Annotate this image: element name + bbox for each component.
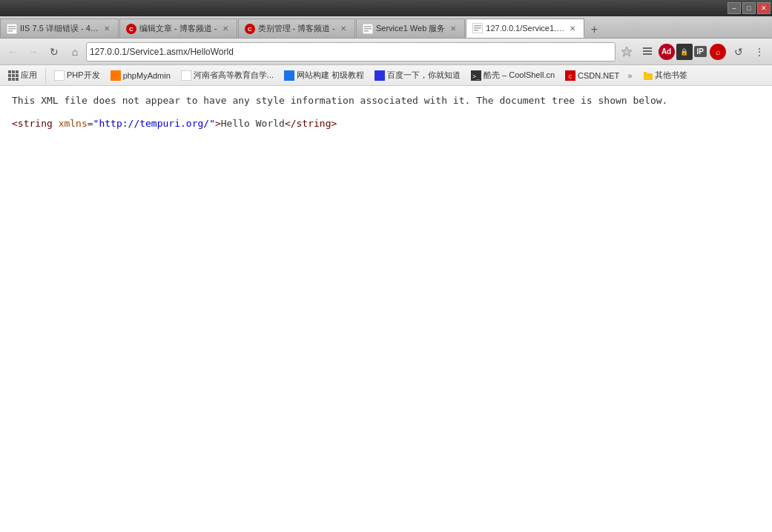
bookmark-mgr-button[interactable] <box>638 42 657 61</box>
new-tab-button[interactable]: + <box>585 21 603 38</box>
bookmark-php-label: PHP开发 <box>67 70 100 81</box>
minimize-button[interactable]: – <box>728 2 741 14</box>
xml-attr-value: "http://tempuri.org/" <box>93 118 215 129</box>
forward-button[interactable]: → <box>24 42 43 61</box>
maximize-button[interactable]: □ <box>742 2 756 14</box>
xml-code-line: <string xmlns="http://tempuri.org/">Hell… <box>12 118 760 129</box>
tab-service1-web[interactable]: Service1 Web 服务 ✕ <box>356 19 465 38</box>
bookmark-phpmyadmin[interactable]: phpMyAdmin <box>107 69 174 82</box>
svg-rect-23 <box>375 70 385 81</box>
svg-rect-28 <box>644 73 653 80</box>
extension-button[interactable]: 🔒 <box>676 44 693 60</box>
svg-rect-3 <box>8 30 13 32</box>
bookmark-henan-icon <box>181 70 191 81</box>
bookmark-coolshell-label: 酷壳 – CoolShell.cn <box>484 70 555 81</box>
tab-bar: IIS 7.5 详细错误 - 403.1 ✕ C 编辑文章 - 博客频道 - ✕… <box>0 16 772 39</box>
tab-label-4: Service1 Web 服务 <box>376 23 445 34</box>
close-button[interactable]: ✕ <box>757 2 771 14</box>
bookmark-csdn[interactable]: C CSDN.NET <box>561 69 623 82</box>
svg-rect-11 <box>364 30 369 32</box>
bookmark-baidu[interactable]: 百度一下，你就知道 <box>371 68 464 82</box>
bookmark-web-label: 网站构建 初级教程 <box>297 70 364 81</box>
xml-closing-tag: </string> <box>285 118 337 129</box>
page-content-area: This XML file does not appear to have an… <box>0 86 772 532</box>
bookmarks-other-label: 其他书签 <box>655 70 687 81</box>
svg-text:C: C <box>129 26 133 33</box>
history-button[interactable]: ↺ <box>729 42 748 61</box>
tab-close-3[interactable]: ✕ <box>338 24 349 34</box>
tab-label-5: 127.0.0.1/Service1.asmx <box>486 24 564 33</box>
svg-rect-18 <box>643 53 652 55</box>
tab-close-4[interactable]: ✕ <box>448 24 458 34</box>
tab-edit-article[interactable]: C 编辑文章 - 博客频道 - ✕ <box>119 19 237 38</box>
bookmark-coolshell[interactable]: >_ 酷壳 – CoolShell.cn <box>467 68 558 82</box>
bookmark-php[interactable]: PHP开发 <box>50 68 104 82</box>
title-bar-buttons: – □ ✕ <box>728 2 771 14</box>
svg-text:>_: >_ <box>472 73 480 79</box>
tab-favicon-3: C <box>245 24 255 34</box>
address-input[interactable] <box>90 47 612 57</box>
adblock-button[interactable]: Ad <box>659 44 675 60</box>
tab-label-2: 编辑文章 - 博客频道 - <box>139 23 217 34</box>
apps-icon <box>8 70 19 81</box>
xml-tag-name: string <box>18 118 53 129</box>
tab-close-5[interactable]: ✕ <box>567 23 578 33</box>
svg-rect-19 <box>54 70 65 81</box>
ip-button[interactable]: IP <box>694 46 707 57</box>
tab-label-3: 类别管理 - 博客频道 - <box>258 23 336 34</box>
bookmark-henan-label: 河南省高等教育自学... <box>194 70 274 81</box>
svg-rect-1 <box>8 26 16 27</box>
bookmark-baidu-icon <box>375 70 385 81</box>
nav-icons-right: Ad 🔒 IP ⌕ ↺ ⋮ <box>617 42 769 61</box>
back-button[interactable]: ← <box>3 42 22 61</box>
xml-bracket-close: > <box>215 118 221 129</box>
svg-rect-21 <box>181 70 191 81</box>
svg-text:C: C <box>248 26 252 33</box>
bookmark-henan[interactable]: 河南省高等教育自学... <box>177 68 277 82</box>
search-icon: ⌕ <box>710 44 726 60</box>
xml-attr-name: xmlns <box>59 118 88 129</box>
bookmarks-more-arrow[interactable]: » <box>627 71 632 80</box>
svg-rect-13 <box>474 25 481 27</box>
xml-text-content: Hello World <box>221 118 285 129</box>
home-button[interactable]: ⌂ <box>65 42 85 61</box>
tab-close-2[interactable]: ✕ <box>220 24 231 34</box>
menu-button[interactable]: ⋮ <box>750 42 769 61</box>
tab-category-manage[interactable]: C 类别管理 - 博客频道 - ✕ <box>238 19 356 38</box>
tab-service1-asmx[interactable]: 127.0.0.1/Service1.asmx ✕ <box>466 19 584 38</box>
bookmark-php-icon <box>54 70 65 81</box>
svg-text:C: C <box>569 73 573 79</box>
reload-button[interactable]: ↻ <box>44 42 64 61</box>
tab-iis-error[interactable]: IIS 7.5 详细错误 - 403.1 ✕ <box>0 19 119 38</box>
bookmark-csdn-icon: C <box>565 70 575 81</box>
xml-notice: This XML file does not appear to have an… <box>12 93 760 109</box>
bookmarks-bar: 应用 PHP开发 phpMyAdmin 河南省高等教育自学... 网站构建 初 <box>0 65 772 86</box>
bookmark-coolshell-icon: >_ <box>471 70 481 81</box>
bookmark-phpmyadmin-label: phpMyAdmin <box>123 71 171 80</box>
svg-rect-16 <box>643 47 652 49</box>
svg-rect-10 <box>364 28 372 30</box>
tab-close-1[interactable]: ✕ <box>102 24 112 34</box>
svg-rect-2 <box>8 28 16 30</box>
xml-equals: = <box>88 118 93 129</box>
nav-bar: ← → ↻ ⌂ Ad 🔒 IP ⌕ ↺ <box>0 39 772 65</box>
bookmark-baidu-label: 百度一下，你就知道 <box>387 70 461 81</box>
svg-rect-22 <box>284 70 294 81</box>
svg-rect-9 <box>364 26 372 27</box>
tab-favicon-5 <box>472 23 483 33</box>
bookmark-web[interactable]: 网站构建 初级教程 <box>280 68 368 82</box>
title-bar: – □ ✕ <box>0 0 772 16</box>
bookmark-web-icon <box>284 70 294 81</box>
folder-icon <box>643 70 653 81</box>
svg-rect-14 <box>474 27 481 29</box>
tab-favicon-2: C <box>126 24 136 34</box>
bookmark-star-button[interactable] <box>617 42 636 61</box>
tab-label-1: IIS 7.5 详细错误 - 403.1 <box>20 23 99 34</box>
tab-favicon-4 <box>363 24 373 34</box>
bookmark-phpmyadmin-icon <box>110 70 121 81</box>
bookmark-apps-label: 应用 <box>21 70 37 81</box>
search-button[interactable]: ⌕ <box>708 42 728 61</box>
bookmark-apps[interactable]: 应用 <box>4 68 41 82</box>
bookmarks-separator-1 <box>45 68 46 83</box>
bookmarks-other[interactable]: 其他书签 <box>639 68 691 82</box>
